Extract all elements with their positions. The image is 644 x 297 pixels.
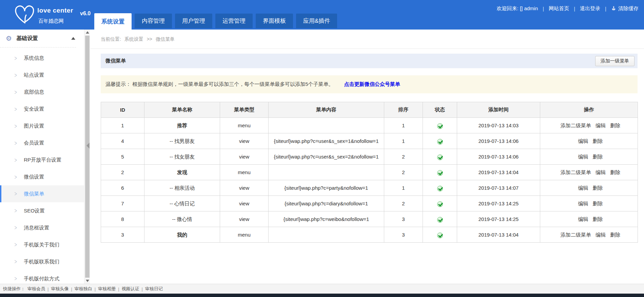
breadcrumb-section[interactable]: 系统设置 bbox=[124, 36, 143, 42]
page-title: 微信菜单 bbox=[101, 58, 126, 64]
delete-link[interactable]: 删除 bbox=[593, 216, 603, 222]
update-wechat-menu-link[interactable]: 点击更新微信公众号菜单 bbox=[344, 81, 400, 87]
breadcrumb-prefix: 当前位置: bbox=[101, 36, 121, 42]
edit-link[interactable]: 编辑 bbox=[578, 201, 588, 206]
scroll-down-button[interactable] bbox=[84, 278, 90, 284]
chevron-right-icon: > bbox=[14, 224, 17, 231]
review-diary-link[interactable]: 审核日记 bbox=[145, 286, 163, 292]
tab-apps-plugins[interactable]: 应用&插件 bbox=[296, 14, 337, 28]
status-enabled-icon[interactable] bbox=[437, 123, 443, 129]
col-actions: 操作 bbox=[540, 102, 638, 118]
edit-link[interactable]: 编辑 bbox=[578, 185, 588, 191]
add-submenu-link[interactable]: 添加二级菜单 bbox=[561, 123, 591, 128]
tab-user-management[interactable]: 用户管理 bbox=[175, 14, 212, 28]
scroll-up-button[interactable] bbox=[84, 30, 90, 35]
sidebar-scrollbar[interactable] bbox=[84, 30, 90, 284]
sidebar-item-rp-open-platform[interactable]: >RP开放平台设置 bbox=[0, 151, 90, 168]
col-status: 状态 bbox=[423, 102, 457, 118]
logout-link[interactable]: 退出登录 bbox=[580, 5, 600, 12]
edit-link[interactable]: 编辑 bbox=[578, 154, 588, 160]
sidebar-group-title: 基础设置 bbox=[16, 35, 38, 42]
chevron-right-icon: > bbox=[14, 72, 17, 79]
cell-added-time: 2019-07-13 14:25 bbox=[457, 211, 540, 227]
tab-operations-management[interactable]: 运营管理 bbox=[215, 14, 253, 28]
sidebar-item-mobile-about-us[interactable]: >手机版关于我们 bbox=[0, 236, 90, 253]
cell-status bbox=[423, 165, 457, 180]
brush-icon bbox=[611, 6, 616, 11]
sidebar-item-mobile-payment[interactable]: >手机版付款方式 bbox=[0, 270, 90, 284]
cell-menu-type: view bbox=[220, 149, 269, 165]
review-members-link[interactable]: 审核会员 bbox=[27, 286, 45, 292]
cell-actions: 添加二级菜单 编辑 删除 bbox=[540, 165, 638, 180]
status-enabled-icon[interactable] bbox=[437, 154, 443, 160]
sidebar-item-wechat-menu[interactable]: >微信菜单 bbox=[0, 185, 90, 202]
tab-interface-templates[interactable]: 界面模板 bbox=[256, 14, 293, 28]
chevron-right-icon: > bbox=[14, 190, 17, 198]
cell-menu-name: -- 找女朋友 bbox=[144, 149, 220, 165]
site-home-link[interactable]: 网站首页 bbox=[549, 5, 569, 12]
review-monologue-link[interactable]: 审核独白 bbox=[75, 286, 92, 292]
col-sort: 排序 bbox=[384, 102, 423, 118]
delete-link[interactable]: 删除 bbox=[610, 123, 620, 128]
sidebar-item-image-settings[interactable]: >图片设置 bbox=[0, 117, 90, 134]
review-avatars-link[interactable]: 审核头像 bbox=[51, 286, 69, 292]
status-enabled-icon[interactable] bbox=[437, 201, 443, 207]
sidebar-item-footer-info[interactable]: >底部信息 bbox=[0, 83, 90, 100]
cell-menu-content: {siteurl}wap.php?c=user&s_sex=1&nofollow… bbox=[269, 133, 384, 149]
notice-text: 温馨提示： 根据微信菜单规则，一级菜单最多可以添加三个，每个一级菜单最多可以添加… bbox=[105, 81, 334, 87]
delete-link[interactable]: 删除 bbox=[593, 138, 603, 144]
cell-menu-name: 发现 bbox=[144, 165, 220, 180]
cell-menu-name: -- 微心情 bbox=[144, 211, 220, 227]
tab-content-management[interactable]: 内容管理 bbox=[135, 14, 172, 28]
separator: | bbox=[47, 286, 48, 292]
edit-link[interactable]: 编辑 bbox=[596, 232, 606, 238]
clear-cache-link[interactable]: 清除缓存 bbox=[618, 5, 639, 12]
cell-menu-type: view bbox=[220, 133, 269, 149]
status-enabled-icon[interactable] bbox=[437, 186, 443, 191]
edit-link[interactable]: 编辑 bbox=[596, 169, 606, 175]
cell-sort: 1 bbox=[384, 133, 423, 149]
edit-link[interactable]: 编辑 bbox=[578, 138, 588, 144]
cell-added-time: 2019-07-13 14:04 bbox=[457, 165, 540, 180]
chevron-right-icon: > bbox=[14, 241, 17, 248]
cell-actions: 编辑 删除 bbox=[540, 196, 638, 211]
collapse-up-icon[interactable] bbox=[71, 37, 75, 40]
edit-link[interactable]: 编辑 bbox=[596, 123, 606, 128]
review-albums-link[interactable]: 审核相册 bbox=[98, 286, 116, 292]
delete-link[interactable]: 删除 bbox=[593, 154, 603, 160]
sidebar-item-member-settings[interactable]: >会员设置 bbox=[0, 134, 90, 151]
sidebar-item-security-settings[interactable]: >安全设置 bbox=[0, 100, 90, 117]
delete-link[interactable]: 删除 bbox=[593, 201, 603, 206]
sidebar-item-message-box-settings[interactable]: >消息框设置 bbox=[0, 219, 90, 236]
tab-system-settings[interactable]: 系统设置 bbox=[94, 13, 132, 30]
sidebar-item-site-settings[interactable]: >站点设置 bbox=[0, 67, 90, 83]
table-row: 2 发现 menu 2 2019-07-13 14:04 添加二级菜单 编辑 删… bbox=[101, 165, 638, 180]
sidebar-item-system-info[interactable]: >系统信息 bbox=[0, 50, 90, 67]
sidebar-group-header[interactable]: ⚙ 基础设置 bbox=[0, 30, 90, 47]
welcome-text: 欢迎回来: [] admin bbox=[497, 5, 538, 12]
cell-id: 8 bbox=[101, 211, 144, 227]
add-submenu-link[interactable]: 添加二级菜单 bbox=[561, 232, 591, 238]
delete-link[interactable]: 删除 bbox=[610, 232, 620, 238]
sidebar-divider bbox=[0, 47, 76, 48]
separator: | bbox=[543, 6, 544, 12]
breadcrumb: 当前位置: 系统设置 >> 微信菜单 bbox=[90, 30, 644, 49]
sidebar-item-seo-settings[interactable]: >SEO设置 bbox=[0, 202, 90, 219]
delete-link[interactable]: 删除 bbox=[593, 185, 603, 191]
cell-added-time: 2019-07-13 14:06 bbox=[457, 133, 540, 149]
breadcrumb-current: 微信菜单 bbox=[156, 36, 175, 42]
scrollbar-thumb[interactable] bbox=[85, 36, 90, 278]
add-top-menu-button[interactable]: 添加一级菜单 bbox=[595, 56, 635, 66]
sidebar-item-wechat-settings[interactable]: >微信设置 bbox=[0, 168, 90, 185]
status-enabled-icon[interactable] bbox=[437, 139, 443, 145]
chevron-right-icon: > bbox=[14, 207, 17, 215]
delete-link[interactable]: 删除 bbox=[610, 169, 620, 175]
edit-link[interactable]: 编辑 bbox=[578, 216, 588, 222]
video-verification-link[interactable]: 视频认证 bbox=[122, 286, 139, 292]
status-enabled-icon[interactable] bbox=[437, 170, 443, 176]
sidebar-item-mobile-contact-us[interactable]: >手机版联系我们 bbox=[0, 253, 90, 270]
status-enabled-icon[interactable] bbox=[437, 217, 443, 223]
status-enabled-icon[interactable] bbox=[437, 233, 443, 238]
add-submenu-link[interactable]: 添加二级菜单 bbox=[561, 169, 591, 175]
sidebar-collapse-handle[interactable] bbox=[86, 143, 90, 149]
